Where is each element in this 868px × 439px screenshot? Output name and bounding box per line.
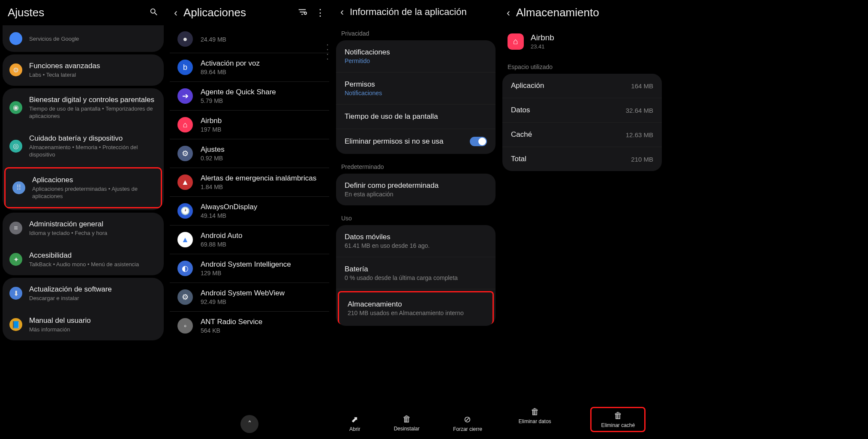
apps-icon: ⠿: [12, 181, 25, 194]
app-row[interactable]: ● 24.49 MB: [170, 25, 329, 53]
app-row-webview[interactable]: ⚙ Android System WebView 92.49 MB: [170, 283, 329, 312]
app-row-ant[interactable]: ◦ ANT Radio Service 564 KB: [170, 312, 329, 340]
svg-point-0: [304, 12, 307, 15]
aod-icon: 🕐: [177, 203, 193, 219]
settings-row-advanced[interactable]: ⚙ Funciones avanzadas Labs • Tecla later…: [3, 54, 164, 86]
app-row-asi[interactable]: ◐ Android System Intelligence 129 MB: [170, 254, 329, 283]
settings-card: ◉ Bienestar digital y controles parental…: [3, 88, 164, 210]
bottom-bar: ⬈ Abrir 🗑 Desinstalar ⊘ Forzar cierre: [333, 410, 499, 439]
app-icon: ●: [177, 31, 193, 47]
app-row-aod[interactable]: 🕐 AlwaysOnDisplay 49.14 MB: [170, 197, 329, 226]
ant-icon: ◦: [177, 318, 193, 334]
page-title: Ajustes: [8, 6, 143, 19]
settings-row-general[interactable]: ≡ Administración general Idioma y teclad…: [3, 213, 164, 244]
app-row-settings[interactable]: ⚙ Ajustes 0.92 MB: [170, 139, 329, 168]
settings-card: ≡ Administración general Idioma y teclad…: [3, 213, 164, 275]
page-title: Información de la aplicación: [350, 6, 491, 18]
app-row-alerts[interactable]: ▲ Alertas de emergencia inalámbricas 1.8…: [170, 168, 329, 197]
voice-icon: b: [177, 60, 193, 75]
battery-care-icon: ◎: [9, 140, 22, 153]
alert-icon: ▲: [177, 174, 193, 190]
apps-list: ● 24.49 MB b Activación por voz 89.64 MB…: [166, 25, 333, 340]
stop-icon: ⊘: [464, 414, 471, 424]
section-privacy: Privacidad: [333, 24, 499, 40]
app-row-voice-activation[interactable]: b Activación por voz 89.64 MB: [170, 53, 329, 82]
settings-card: ⬇ Actualización de software Descargar e …: [3, 278, 164, 340]
settings-app-icon: ⚙: [177, 146, 193, 161]
wellbeing-icon: ◉: [9, 101, 22, 114]
storage-row[interactable]: Almacenamiento 210 MB usados en Almacena…: [338, 291, 494, 324]
mobile-data-row[interactable]: Datos móviles 61.41 MB en uso desde 16 a…: [336, 225, 496, 257]
settings-row-apps[interactable]: ⠿ Aplicaciones Aplicaciones predetermina…: [4, 167, 162, 208]
app-header: ⌂ Airbnb 23.41: [499, 25, 665, 57]
androidauto-icon: ▲: [177, 232, 193, 247]
manual-icon: 📘: [9, 318, 22, 331]
section-usage: Uso: [333, 209, 499, 225]
section-default: Predeterminado: [333, 157, 499, 174]
section-space-used: Espacio utilizado: [499, 57, 665, 74]
settings-card-partial: Servicios de Google: [3, 25, 164, 52]
storage-data-row: Datos 32.64 MB: [502, 98, 662, 123]
more-icon[interactable]: ⋮: [315, 7, 325, 18]
open-button[interactable]: ⬈ Abrir: [349, 414, 360, 432]
app-info-header: ‹ Información de la aplicación: [333, 0, 499, 24]
battery-row[interactable]: Batería 0 % usado desde la última carga …: [336, 257, 496, 289]
app-row-airbnb[interactable]: ⌂ Airbnb 197 MB: [170, 111, 329, 139]
settings-row-wellbeing[interactable]: ◉ Bienestar digital y controles parental…: [3, 88, 164, 127]
clear-data-button[interactable]: 🗑 Eliminar datos: [519, 407, 551, 432]
filter-icon[interactable]: [297, 7, 307, 18]
settings-row-google[interactable]: Servicios de Google: [3, 25, 164, 52]
update-icon: ⬇: [9, 287, 22, 300]
settings-row-battery[interactable]: ◎ Cuidado batería y dispositivo Almacena…: [3, 127, 164, 165]
settings-screen: Ajustes Servicios de Google ⚙ Funciones …: [0, 0, 166, 439]
screentime-row[interactable]: Tiempo de uso de la pantalla: [336, 105, 496, 129]
gear-icon: ⚙: [9, 63, 22, 76]
back-icon[interactable]: ‹: [174, 7, 177, 19]
back-icon[interactable]: ‹: [340, 6, 344, 18]
clear-cache-icon: 🗑: [614, 411, 622, 421]
settings-row-update[interactable]: ⬇ Actualización de software Descargar e …: [3, 278, 164, 309]
open-icon: ⬈: [351, 414, 358, 424]
trash-icon: 🗑: [402, 414, 411, 424]
storage-cache-row: Caché 12.63 MB: [502, 123, 662, 147]
quickshare-icon: ➔: [177, 88, 193, 104]
airbnb-icon: ⌂: [508, 33, 524, 50]
app-info-screen: ‹ Información de la aplicación Privacida…: [333, 0, 499, 439]
general-icon: ≡: [9, 222, 22, 235]
storage-total-row: Total 210 MB: [502, 147, 662, 171]
privacy-card: Notificaciones Permitido Permisos Notifi…: [336, 40, 496, 154]
app-row-androidauto[interactable]: ▲ Android Auto 69.88 MB: [170, 226, 329, 254]
uninstall-button[interactable]: 🗑 Desinstalar: [394, 414, 420, 432]
app-row-quickshare[interactable]: ➔ Agente de Quick Share 5.79 MB: [170, 82, 329, 111]
search-icon[interactable]: [149, 7, 159, 18]
bottom-bar: 🗑 Eliminar datos 🗑 Eliminar caché: [499, 403, 665, 439]
scroll-top-button[interactable]: ˄: [240, 415, 258, 433]
settings-row-accessibility[interactable]: ✦ Accesibilidad TalkBack • Audio mono • …: [3, 244, 164, 275]
clear-cache-button[interactable]: 🗑 Eliminar caché: [590, 407, 646, 432]
force-stop-button[interactable]: ⊘ Forzar cierre: [453, 414, 482, 432]
notifications-row[interactable]: Notificaciones Permitido: [336, 40, 496, 72]
toggle-switch[interactable]: [470, 137, 487, 146]
apps-header: ‹ Aplicaciones ⋮: [166, 0, 333, 25]
remove-perms-row[interactable]: Eliminar permisos si no se usa: [336, 129, 496, 154]
settings-card: ⚙ Funciones avanzadas Labs • Tecla later…: [3, 54, 164, 86]
usage-card: Datos móviles 61.41 MB en uso desde 16 a…: [336, 225, 496, 326]
settings-row-manual[interactable]: 📘 Manual del usuario Más información: [3, 309, 164, 340]
default-card: Definir como predeterminada En esta apli…: [336, 174, 496, 205]
settings-header: Ajustes: [0, 0, 166, 25]
app-version: 23.41: [531, 43, 554, 50]
asi-icon: ◐: [177, 261, 193, 276]
page-title: Aplicaciones: [183, 6, 291, 19]
storage-app-row: Aplicación 164 MB: [502, 74, 662, 98]
airbnb-icon: ⌂: [177, 117, 193, 132]
google-icon: [9, 32, 22, 45]
storage-header: ‹ Almacenamiento: [499, 0, 665, 25]
alpha-scrollbar[interactable]: ••••: [324, 43, 331, 61]
app-name: Airbnb: [531, 33, 554, 42]
page-title: Almacenamiento: [516, 6, 658, 19]
set-default-row[interactable]: Definir como predeterminada En esta apli…: [336, 174, 496, 205]
accessibility-icon: ✦: [9, 253, 22, 266]
apps-screen: ‹ Aplicaciones ⋮ ● 24.49 MB b Activación…: [166, 0, 333, 439]
back-icon[interactable]: ‹: [507, 7, 510, 19]
permissions-row[interactable]: Permisos Notificaciones: [336, 72, 496, 105]
